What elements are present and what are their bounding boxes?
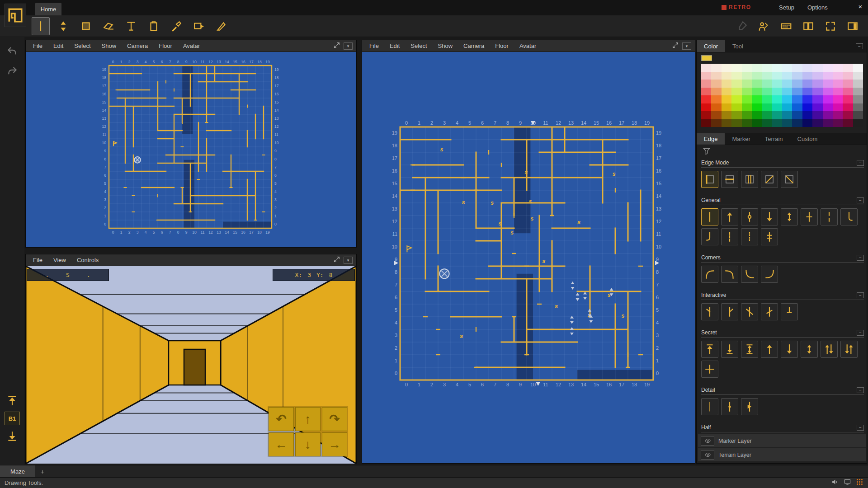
- palette-swatch[interactable]: [782, 64, 792, 72]
- detail-post-button[interactable]: [721, 398, 738, 415]
- palette-swatch[interactable]: [711, 95, 721, 103]
- menu-show[interactable]: Show: [102, 42, 117, 49]
- minimize-button[interactable]: –: [840, 3, 850, 13]
- secret-push-up-button[interactable]: [701, 341, 718, 358]
- palette-swatch[interactable]: [853, 72, 863, 80]
- collapse-section-icon[interactable]: −: [857, 425, 864, 431]
- palette-swatch[interactable]: [731, 80, 741, 88]
- palette-swatch[interactable]: [802, 111, 812, 119]
- palette-swatch[interactable]: [823, 95, 833, 103]
- palette-swatch[interactable]: [742, 88, 752, 96]
- menu-avatar[interactable]: Avatar: [183, 42, 200, 49]
- edge-mode-diagonal-b-button[interactable]: [781, 171, 798, 188]
- palette-swatch[interactable]: [812, 95, 822, 103]
- palette-swatch[interactable]: [772, 103, 782, 112]
- palette-swatch[interactable]: [701, 64, 711, 72]
- interactive-latch-button[interactable]: [781, 303, 798, 320]
- menu-file[interactable]: File: [369, 42, 379, 49]
- edge-tool[interactable]: [32, 17, 50, 35]
- palette-swatch[interactable]: [711, 88, 721, 96]
- palette-swatch[interactable]: [762, 95, 772, 103]
- palette-swatch[interactable]: [731, 88, 741, 96]
- menu-camera[interactable]: Camera: [463, 42, 484, 49]
- palette-swatch[interactable]: [833, 64, 843, 72]
- edge-door-button[interactable]: [801, 208, 818, 225]
- step-back-button[interactable]: ↓: [295, 432, 321, 456]
- menu-floor[interactable]: Floor: [159, 42, 172, 49]
- palette-swatch[interactable]: [711, 80, 721, 88]
- palette-swatch[interactable]: [833, 119, 843, 127]
- paste-tool[interactable]: [145, 17, 163, 35]
- palette-swatch[interactable]: [792, 111, 802, 119]
- palette-swatch[interactable]: [782, 72, 792, 80]
- terrain-tool[interactable]: [77, 17, 95, 35]
- palette-swatch[interactable]: [762, 64, 772, 72]
- floor-up-button[interactable]: [5, 393, 20, 408]
- palette-swatch[interactable]: [802, 64, 812, 72]
- palette-swatch[interactable]: [762, 119, 772, 127]
- palette-swatch[interactable]: [731, 103, 741, 112]
- interactive-switch-button[interactable]: [761, 303, 778, 320]
- menu-show[interactable]: Show: [438, 42, 453, 49]
- palette-swatch[interactable]: [711, 119, 721, 127]
- palette-swatch[interactable]: [722, 111, 731, 119]
- secret-shift-down-button[interactable]: [840, 341, 858, 358]
- menu-file[interactable]: File: [33, 42, 42, 49]
- panel-menu-button[interactable]: ▾: [344, 42, 353, 50]
- palette-swatch[interactable]: [701, 111, 711, 119]
- avatar-editor[interactable]: [755, 17, 773, 35]
- palette-swatch[interactable]: [711, 72, 721, 80]
- stamp-tool[interactable]: [190, 17, 208, 35]
- corner-ne-button[interactable]: [721, 266, 738, 283]
- palette-swatch[interactable]: [722, 119, 731, 127]
- palette-swatch[interactable]: [742, 111, 752, 119]
- expand-panel-icon[interactable]: [672, 42, 679, 51]
- eraser-tool[interactable]: [99, 17, 118, 35]
- palette-swatch[interactable]: [701, 95, 711, 103]
- menu-setup[interactable]: Setup: [779, 4, 794, 11]
- palette-swatch[interactable]: [812, 103, 822, 112]
- palette-swatch[interactable]: [812, 119, 822, 127]
- redo-button[interactable]: [5, 63, 20, 79]
- palette-swatch[interactable]: [731, 72, 741, 80]
- text-tool[interactable]: [122, 17, 140, 35]
- palette-swatch[interactable]: [752, 64, 762, 72]
- palette-swatch[interactable]: [742, 95, 752, 103]
- palette-swatch[interactable]: [853, 111, 863, 119]
- palette-swatch[interactable]: [823, 72, 833, 80]
- palette-swatch[interactable]: [752, 88, 762, 96]
- palette-swatch[interactable]: [802, 119, 812, 127]
- menu-camera[interactable]: Camera: [127, 42, 148, 49]
- palette-swatch[interactable]: [701, 88, 711, 96]
- palette-swatch[interactable]: [802, 72, 812, 80]
- palette-swatch[interactable]: [772, 72, 782, 80]
- tab-color[interactable]: Color: [697, 40, 725, 52]
- expand-panel-icon[interactable]: [333, 256, 340, 265]
- palette-swatch[interactable]: [752, 119, 762, 127]
- palette-swatch[interactable]: [731, 64, 741, 72]
- palette-swatch[interactable]: [762, 111, 772, 119]
- layer-visibility-toggle[interactable]: [701, 450, 714, 460]
- edge-mode-standard-button[interactable]: [701, 171, 718, 188]
- palette-swatch[interactable]: [812, 111, 822, 119]
- edge-mode-double-button[interactable]: [741, 171, 758, 188]
- palette-swatch[interactable]: [711, 111, 721, 119]
- palette-swatch[interactable]: [843, 103, 853, 112]
- palette-swatch[interactable]: [833, 80, 843, 88]
- palette-swatch[interactable]: [823, 64, 833, 72]
- palette-swatch[interactable]: [701, 80, 711, 88]
- edge-two-way-button[interactable]: [781, 208, 798, 225]
- palette-swatch[interactable]: [782, 111, 792, 119]
- secret-pass-both-button[interactable]: [801, 341, 818, 358]
- menu-file[interactable]: File: [33, 257, 42, 263]
- palette-swatch[interactable]: [853, 103, 863, 112]
- palette-swatch[interactable]: [772, 88, 782, 96]
- palette-swatch[interactable]: [722, 88, 731, 96]
- corner-se-button[interactable]: [761, 266, 778, 283]
- palette-swatch[interactable]: [731, 111, 741, 119]
- palette-swatch[interactable]: [742, 64, 752, 72]
- palette-swatch[interactable]: [782, 80, 792, 88]
- palette-swatch[interactable]: [772, 80, 782, 88]
- palette-swatch[interactable]: [782, 95, 792, 103]
- marker-layer-row[interactable]: Marker Layer: [698, 434, 866, 447]
